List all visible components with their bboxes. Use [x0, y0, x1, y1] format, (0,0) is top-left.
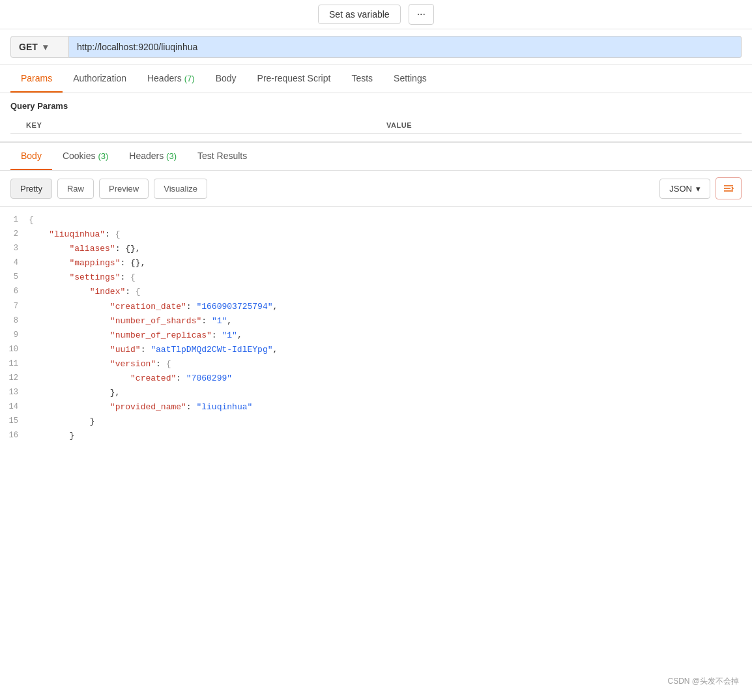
- json-line: 8 "number_of_shards": "1",: [0, 314, 752, 328]
- response-toolbar: Pretty Raw Preview Visualize JSON ▾: [0, 171, 752, 207]
- line-number: 7: [5, 300, 29, 313]
- line-number: 16: [5, 429, 29, 442]
- line-number: 9: [5, 328, 29, 342]
- chevron-down-icon: ▾: [43, 42, 48, 52]
- collapse-icon[interactable]: {: [166, 359, 171, 369]
- line-content: "liuqinhua": {: [29, 227, 747, 242]
- json-line: 6 "index": {: [0, 285, 752, 299]
- json-line: 5 "settings": {: [0, 270, 752, 285]
- params-table: KEY VALUE: [10, 117, 742, 134]
- line-content: {: [29, 213, 747, 227]
- more-options-button[interactable]: ···: [409, 4, 434, 25]
- value-col-header: VALUE: [381, 117, 742, 134]
- response-section: Body Cookies (3) Headers (3) Test Result…: [0, 142, 752, 450]
- json-line: 1{: [0, 213, 752, 227]
- checkbox-col-header: [10, 117, 21, 134]
- tab-params[interactable]: Params: [10, 65, 63, 93]
- res-tab-headers[interactable]: Headers (3): [119, 143, 187, 170]
- line-content: "creation_date": "1660903725794",: [29, 300, 747, 314]
- tab-pre-request-script[interactable]: Pre-request Script: [247, 65, 341, 93]
- line-number: 5: [5, 270, 29, 284]
- url-bar: GET ▾: [0, 29, 752, 65]
- query-params-section: Query Params KEY VALUE: [0, 93, 752, 142]
- line-content: }: [29, 429, 747, 443]
- line-number: 6: [5, 285, 29, 298]
- set-as-variable-button[interactable]: Set as variable: [318, 5, 401, 24]
- method-select[interactable]: GET ▾: [10, 36, 69, 58]
- json-line: 3 "aliases": {},: [0, 242, 752, 256]
- response-tabs: Body Cookies (3) Headers (3) Test Result…: [0, 143, 752, 171]
- line-content: "created": "7060299": [29, 372, 747, 386]
- request-tabs: Params Authorization Headers (7) Body Pr…: [0, 65, 752, 93]
- line-content: },: [29, 386, 747, 400]
- json-line: 10 "uuid": "aatTlpDMQd2CWt-IdlEYpg",: [0, 343, 752, 357]
- key-col-header: KEY: [21, 117, 381, 134]
- format-label: JSON: [669, 184, 692, 194]
- line-number: 11: [5, 357, 29, 370]
- line-content: "index": {: [29, 285, 747, 299]
- tab-authorization[interactable]: Authorization: [63, 65, 137, 93]
- chevron-down-icon: ▾: [696, 184, 701, 194]
- line-content: "settings": {: [29, 270, 747, 285]
- view-visualize-button[interactable]: Visualize: [154, 179, 207, 199]
- json-line: 11 "version": {: [0, 357, 752, 372]
- tab-tests[interactable]: Tests: [341, 65, 383, 93]
- line-number: 10: [5, 343, 29, 356]
- line-content: }: [29, 415, 747, 429]
- url-input[interactable]: [69, 36, 742, 58]
- wrap-button[interactable]: [716, 177, 742, 199]
- json-line: 7 "creation_date": "1660903725794",: [0, 300, 752, 314]
- tab-body[interactable]: Body: [205, 65, 247, 93]
- tab-headers[interactable]: Headers (7): [137, 65, 205, 93]
- line-content: "mappings": {},: [29, 256, 747, 270]
- json-line: 13 },: [0, 386, 752, 400]
- view-preview-button[interactable]: Preview: [99, 179, 149, 199]
- method-label: GET: [19, 42, 38, 52]
- line-number: 15: [5, 415, 29, 428]
- json-line: 12 "created": "7060299": [0, 372, 752, 386]
- line-number: 2: [5, 227, 29, 241]
- line-content: "provided_name": "liuqinhua": [29, 400, 747, 415]
- view-raw-button[interactable]: Raw: [57, 179, 94, 199]
- line-number: 3: [5, 242, 29, 255]
- json-line: 9 "number_of_replicas": "1",: [0, 328, 752, 343]
- line-number: 13: [5, 386, 29, 399]
- line-number: 14: [5, 400, 29, 413]
- res-tab-cookies[interactable]: Cookies (3): [52, 143, 119, 170]
- line-content: "aliases": {},: [29, 242, 747, 256]
- json-line: 14 "provided_name": "liuqinhua": [0, 400, 752, 415]
- line-number: 12: [5, 372, 29, 385]
- json-line: 2 "liuqinhua": {: [0, 227, 752, 242]
- json-line: 16 }: [0, 429, 752, 443]
- top-bar: Set as variable ···: [0, 0, 752, 29]
- line-number: 4: [5, 256, 29, 269]
- collapse-icon[interactable]: {: [29, 215, 34, 225]
- collapse-icon[interactable]: {: [115, 229, 121, 239]
- json-line: 15 }: [0, 415, 752, 429]
- wrap-icon: [723, 182, 734, 194]
- query-params-title: Query Params: [10, 101, 742, 111]
- json-line: 4 "mappings": {},: [0, 256, 752, 270]
- line-content: "number_of_replicas": "1",: [29, 328, 747, 343]
- line-content: "version": {: [29, 357, 747, 372]
- collapse-icon[interactable]: {: [130, 272, 136, 282]
- res-tab-test-results[interactable]: Test Results: [187, 143, 257, 170]
- line-content: "uuid": "aatTlpDMQd2CWt-IdlEYpg",: [29, 343, 747, 357]
- res-tab-body[interactable]: Body: [10, 143, 52, 170]
- tab-settings[interactable]: Settings: [383, 65, 437, 93]
- collapse-icon[interactable]: {: [136, 287, 141, 297]
- line-number: 1: [5, 213, 29, 226]
- line-content: "number_of_shards": "1",: [29, 314, 747, 328]
- view-pretty-button[interactable]: Pretty: [10, 179, 52, 199]
- line-number: 8: [5, 314, 29, 327]
- format-select[interactable]: JSON ▾: [659, 179, 710, 199]
- json-content: 1{2 "liuqinhua": {3 "aliases": {},4 "map…: [0, 207, 752, 450]
